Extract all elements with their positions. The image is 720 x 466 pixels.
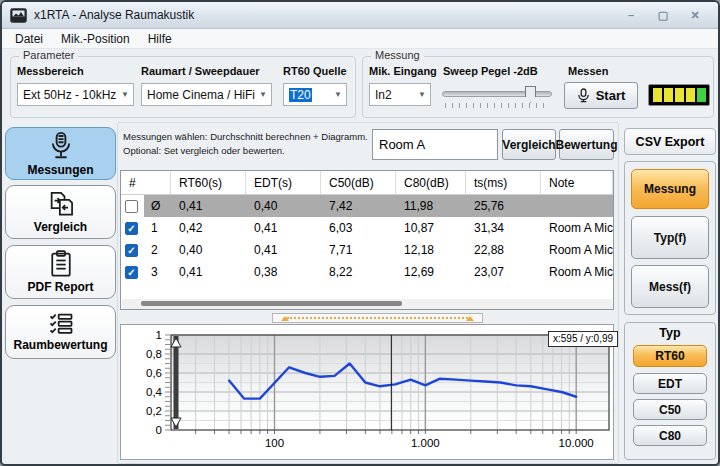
row-checkbox[interactable]: ✓: [125, 266, 138, 279]
export-typf-button[interactable]: Typ(f): [631, 216, 709, 259]
vergleich-button[interactable]: Vergleich: [502, 129, 556, 160]
sidebar-tab-pdf-report[interactable]: PDF Report: [5, 245, 116, 299]
instruction-line-1: Messungen wählen: Durchschnitt berechnen…: [123, 130, 369, 144]
bewertung-button[interactable]: Bewertung: [559, 129, 614, 160]
row-id: 1: [144, 217, 171, 239]
raumart-label: Raumart / Sweepdauer: [141, 65, 260, 77]
table-row[interactable]: ✓30,410,388,2212,6923,07Room A MicIn:: [121, 261, 613, 283]
row-checkbox[interactable]: ✓: [125, 244, 138, 257]
row-id: 3: [144, 261, 171, 283]
start-button-label: Start: [596, 88, 626, 103]
menu-mik-position[interactable]: Mik.-Position: [52, 30, 139, 48]
table-body: Ø0,410,407,4211,9825,76✓10,420,416,0310,…: [121, 195, 613, 283]
level-meter: [648, 84, 710, 106]
export-messf-label: Mess(f): [649, 280, 691, 294]
table-cell-c80: 12,18: [396, 239, 466, 261]
chart-cursor-tooltip: x:595 / y:0,99: [548, 331, 618, 347]
clipboard-report-icon: [48, 250, 74, 278]
export-messf-button[interactable]: Mess(f): [631, 265, 709, 308]
window-title: x1RTA - Analyse Raumakustik: [34, 8, 194, 22]
table-row[interactable]: ✓20,400,417,7112,1822,88Room A MicIn:: [121, 239, 613, 261]
frequency-range-selector[interactable]: [272, 313, 483, 323]
table-horizontal-scrollbar[interactable]: [122, 299, 612, 309]
mik-eingang-combobox[interactable]: In2 ▼: [369, 83, 431, 106]
chevron-down-icon: ▼: [418, 90, 426, 99]
messbereich-label: Messbereich: [17, 65, 84, 77]
rt60-quelle-value: T20: [289, 88, 312, 102]
menu-datei[interactable]: Datei: [6, 30, 52, 48]
row-checkbox[interactable]: [125, 200, 138, 213]
export-messung-label: Messung: [644, 182, 696, 196]
chevron-down-icon: ▼: [334, 90, 342, 99]
table-cell-ts: 23,07: [466, 261, 541, 283]
typ-rt60-label: RT60: [655, 349, 684, 363]
typ-rt60-button[interactable]: RT60: [633, 345, 707, 367]
svg-text:1: 1: [156, 329, 162, 341]
typ-edt-label: EDT: [658, 377, 682, 391]
svg-text:0,8: 0,8: [146, 348, 162, 360]
rt60-quelle-combobox[interactable]: T20 ▼: [283, 83, 347, 106]
close-button[interactable]: ✕: [686, 9, 704, 22]
slider-ticks: [445, 103, 549, 108]
sweep-pegel-label: Sweep Pegel -2dB: [443, 65, 538, 77]
table-cell-note: Room A MicIn:: [541, 261, 613, 283]
export-messung-button[interactable]: Messung: [631, 169, 709, 209]
microphone-icon: [48, 131, 74, 161]
table-cell-edt: 0,38: [246, 261, 321, 283]
column-header: Note: [541, 171, 613, 194]
range-handle-left[interactable]: [281, 316, 289, 321]
raumart-combobox[interactable]: Home Cinema / HiFi ▼: [141, 83, 272, 106]
row-id: 2: [144, 239, 171, 261]
level-meter-bar: [653, 88, 662, 102]
room-name-input[interactable]: [372, 129, 498, 160]
maximize-button[interactable]: ▢: [654, 9, 672, 22]
messbereich-combobox[interactable]: Ext 50Hz - 10kHz ▼: [17, 83, 134, 106]
slider-thumb[interactable]: [525, 86, 536, 103]
column-header: C50(dB): [321, 171, 396, 194]
export-typf-label: Typ(f): [654, 231, 686, 245]
rt60-frequency-chart[interactable]: 10,80,60,40,201001.00010.000: [121, 325, 613, 459]
row-id: Ø: [144, 195, 171, 217]
column-header: EDT(s): [246, 171, 321, 194]
table-cell-rt60: 0,42: [171, 217, 246, 239]
scrollbar-thumb[interactable]: [141, 301, 402, 306]
instruction-line-2: Optional: Set vergleich oder bewerten.: [123, 144, 369, 158]
table-row[interactable]: ✓10,420,416,0310,8731,34Room A MicIn:: [121, 217, 613, 239]
messung-group-label: Messung: [371, 49, 424, 61]
table-cell-rt60: 0,41: [171, 261, 246, 283]
titlebar: x1RTA - Analyse Raumakustik – ▢ ✕: [2, 2, 718, 29]
tab-label: Messungen: [27, 163, 93, 177]
table-row[interactable]: Ø0,410,407,4211,9825,76: [121, 195, 613, 217]
sweep-pegel-slider[interactable]: [442, 83, 552, 111]
start-button[interactable]: Start: [564, 82, 638, 109]
instruction-text: Messungen wählen: Durchschnitt berechnen…: [123, 130, 369, 158]
table-cell-c50: 8,22: [321, 261, 396, 283]
table-cell-rt60: 0,41: [171, 195, 246, 217]
csv-export-header[interactable]: CSV Export: [624, 128, 716, 155]
typ-c80-button[interactable]: C80: [633, 425, 707, 446]
parameter-group-label: Parameter: [19, 49, 78, 61]
app-icon: [10, 8, 27, 23]
table-cell-edt: 0,40: [246, 195, 321, 217]
sidebar-tab-raumbewertung[interactable]: Raumbewertung: [5, 305, 116, 359]
svg-text:0,2: 0,2: [146, 405, 162, 417]
svg-text:0,4: 0,4: [146, 386, 163, 398]
typ-c50-button[interactable]: C50: [633, 399, 707, 420]
mik-eingang-label: Mik. Eingang: [369, 65, 437, 77]
table-cell-ts: 25,76: [466, 195, 541, 217]
minimize-button[interactable]: –: [622, 9, 640, 22]
sidebar-tab-vergleich[interactable]: Vergleich: [5, 185, 116, 239]
sidebar-tab-messungen[interactable]: Messungen: [5, 127, 116, 180]
table-cell-ts: 31,34: [466, 217, 541, 239]
typ-edt-button[interactable]: EDT: [633, 373, 707, 394]
chevron-down-icon: ▼: [259, 90, 267, 99]
level-meter-bar: [686, 88, 695, 102]
typ-c50-label: C50: [659, 403, 681, 417]
svg-text:10.000: 10.000: [559, 437, 594, 449]
checklist-icon: [47, 312, 75, 336]
row-checkbox[interactable]: ✓: [125, 222, 138, 235]
menu-hilfe[interactable]: Hilfe: [139, 30, 181, 48]
bewertung-button-label: Bewertung: [556, 138, 618, 152]
raumart-value: Home Cinema / HiFi: [147, 88, 255, 102]
range-handle-right[interactable]: [466, 316, 474, 321]
